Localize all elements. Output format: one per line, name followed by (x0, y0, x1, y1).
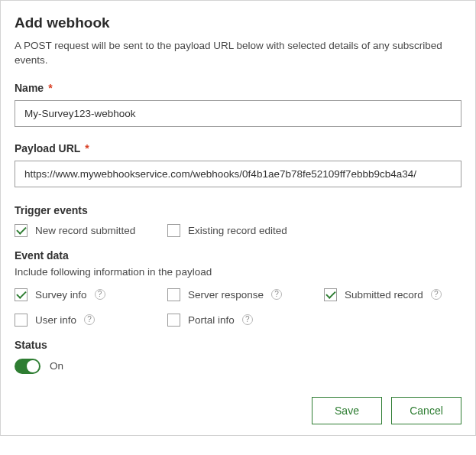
option-label: User info (35, 314, 76, 326)
payload-url-label-text: Payload URL (15, 142, 80, 154)
name-label-text: Name (15, 82, 44, 94)
option-label: Server response (188, 289, 264, 301)
help-icon[interactable]: ? (242, 314, 253, 325)
status-label: Status (15, 339, 461, 351)
payload-url-label: Payload URL * (15, 142, 461, 154)
option-label: Portal info (188, 314, 235, 326)
cancel-button[interactable]: Cancel (391, 397, 461, 424)
option-label: Submitted record (345, 289, 423, 301)
trigger-events-label: Trigger events (15, 204, 461, 216)
payload-url-input[interactable] (15, 161, 461, 187)
event-submitted-record-option[interactable]: Submitted record ? (324, 288, 461, 301)
event-portal-info-option[interactable]: Portal info ? (167, 314, 324, 327)
event-data-label: Event data (15, 249, 461, 262)
dialog-description: A POST request will be sent to the paylo… (15, 39, 461, 68)
name-label: Name * (15, 82, 461, 94)
help-icon[interactable]: ? (431, 289, 442, 300)
event-server-response-option[interactable]: Server response ? (167, 288, 324, 301)
dialog-title: Add webhook (15, 15, 461, 31)
trigger-events-row: New record submitted Existing record edi… (15, 224, 461, 237)
event-data-row-1: Survey info ? Server response ? Submitte… (15, 288, 461, 301)
event-data-row-2: User info ? Portal info ? (15, 314, 461, 327)
event-survey-info-option[interactable]: Survey info ? (15, 288, 167, 301)
option-label: Existing record edited (188, 225, 287, 236)
checkbox-icon (167, 224, 180, 237)
help-icon[interactable]: ? (95, 289, 105, 300)
help-icon[interactable]: ? (271, 289, 282, 300)
event-data-sub: Include following information in the pay… (15, 266, 461, 278)
trigger-existing-record-option[interactable]: Existing record edited (167, 224, 324, 237)
checkbox-icon (15, 224, 28, 237)
required-indicator: * (48, 82, 52, 94)
checkbox-icon (15, 288, 28, 301)
save-button[interactable]: Save (312, 397, 382, 424)
dialog-footer: Save Cancel (15, 397, 461, 424)
status-value: On (50, 360, 63, 372)
checkbox-icon (15, 314, 28, 327)
option-label: Survey info (35, 289, 87, 301)
add-webhook-dialog: Add webhook A POST request will be sent … (0, 0, 476, 436)
event-user-info-option[interactable]: User info ? (15, 314, 167, 327)
checkbox-icon (324, 288, 337, 301)
toggle-knob-icon (27, 360, 39, 372)
required-indicator: * (85, 142, 89, 154)
checkbox-icon (167, 314, 180, 327)
trigger-new-record-option[interactable]: New record submitted (15, 224, 167, 237)
status-toggle[interactable] (15, 359, 40, 374)
checkbox-icon (167, 288, 180, 301)
status-row: On (15, 359, 461, 374)
name-input[interactable] (15, 100, 461, 127)
option-label: New record submitted (35, 225, 135, 236)
help-icon[interactable]: ? (84, 314, 95, 325)
